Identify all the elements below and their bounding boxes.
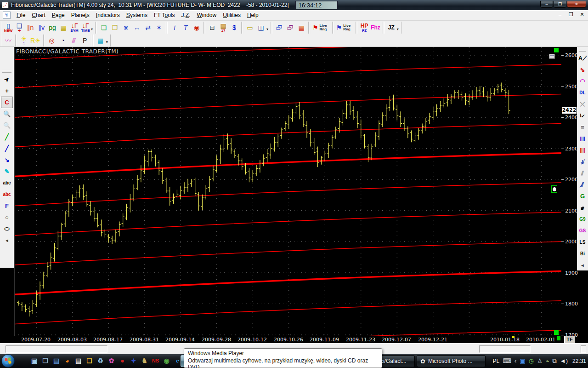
chart-window-1-button[interactable]: 🗗: [274, 22, 285, 33]
folder-icon[interactable]: ❏: [85, 356, 93, 366]
planet-dropdown-arrow[interactable]: ▾: [106, 40, 108, 44]
chart-restore-icon[interactable]: [549, 54, 555, 59]
expand-width-button[interactable]: ↔: [131, 22, 142, 33]
fan-lines-tool[interactable]: ⇘: [577, 64, 588, 75]
volume-icon[interactable]: ◄): [560, 357, 568, 365]
jz-button[interactable]: JZ: [386, 22, 397, 33]
tile-windows-button[interactable]: ❐: [109, 22, 120, 33]
blue-arrowline-tool[interactable]: ↘: [1, 154, 13, 166]
ephemeris-grid-button[interactable]: ▦: [95, 35, 106, 46]
sun-retrograde-button[interactable]: R☀: [29, 35, 42, 46]
tray-clock-green-icon[interactable]: ◷: [529, 357, 534, 365]
tray-app-blue-icon[interactable]: ▣: [520, 357, 525, 365]
blue-trendline-tool[interactable]: ╱: [1, 143, 13, 154]
menu-chart[interactable]: Chart: [28, 11, 48, 20]
magnet-snap-tool[interactable]: C: [1, 97, 13, 108]
window-switcher-icon[interactable]: ❐: [41, 356, 49, 366]
cross-lines-tool[interactable]: ⤫: [577, 98, 588, 110]
orbit-rings-button[interactable]: ◎: [46, 35, 57, 46]
symbol-button[interactable]: ↓ΓSYM: [69, 22, 80, 33]
planet-waves-button[interactable]: 〰: [3, 35, 14, 46]
media-red-icon[interactable]: ●: [119, 356, 126, 366]
task-photo-button[interactable]: ✿Microsoft Photo ...: [417, 355, 486, 367]
left-strip-collapse-arrow[interactable]: ◂: [1, 235, 13, 246]
parallel-lines-tool[interactable]: ⫽: [577, 167, 588, 179]
explorer-icon[interactable]: ▤: [52, 356, 60, 366]
text-abc-tool[interactable]: abc: [1, 177, 13, 189]
impulse-tool[interactable]: I↙: [577, 110, 588, 121]
menu-indicators[interactable]: Indicators: [93, 11, 123, 20]
ns-app-icon[interactable]: NS: [152, 356, 159, 366]
live-range-red-button[interactable]: ⚑Live Rng: [311, 22, 331, 33]
aspect-lines-button[interactable]: ⫻: [68, 35, 79, 46]
g9-tool[interactable]: G9: [577, 213, 588, 225]
text-tool-button[interactable]: T: [180, 22, 191, 33]
vertical-lines-red-tool[interactable]: ||||: [577, 144, 588, 156]
right-strip-collapse-arrow[interactable]: ◂: [577, 259, 588, 271]
open-symbol-button[interactable]: ❏➔: [14, 22, 25, 33]
bird-app-icon[interactable]: ✦: [130, 356, 137, 366]
traffic-signal-button[interactable]: ◉: [191, 22, 202, 33]
fhz-button[interactable]: Fhz: [370, 22, 381, 33]
calendar-button[interactable]: ▦17: [218, 22, 229, 33]
keyboard-icon[interactable]: ⌨: [503, 357, 511, 365]
time-button[interactable]: ↓ΓTIME: [80, 22, 91, 33]
color-grid-button[interactable]: ▦: [296, 22, 307, 33]
mdi-restore-button[interactable]: ❐: [568, 12, 574, 17]
menu-utilities[interactable]: Utilities: [220, 11, 244, 20]
gs-tool[interactable]: GS: [577, 225, 588, 236]
power-plug-icon[interactable]: ⌁: [546, 357, 549, 365]
taskbar-clock[interactable]: 22:31: [572, 358, 586, 364]
delete-text-tool[interactable]: ab̶c: [1, 189, 13, 200]
jz-dropdown-arrow[interactable]: ▾: [397, 27, 399, 31]
highlighter-tool[interactable]: ✎: [1, 166, 13, 177]
mdi-close-button[interactable]: ✕: [579, 12, 585, 17]
cascade-windows-button[interactable]: ❏: [98, 22, 109, 33]
tray-app-steam-icon[interactable]: ♙: [537, 357, 543, 365]
page-button[interactable]: pg: [47, 22, 58, 33]
start-button[interactable]: [1, 354, 15, 368]
chrome-icon[interactable]: ◉: [163, 356, 170, 366]
chess-app-icon[interactable]: ♞: [141, 356, 148, 366]
pencil-lines-tool[interactable]: ⫽̸: [577, 179, 588, 190]
tools-dropdown-arrow[interactable]: ▾: [266, 27, 268, 31]
show-desktop-icon[interactable]: ▣: [30, 356, 38, 366]
candle-tool-button[interactable]: ◫: [255, 22, 266, 33]
ruler-button[interactable]: ▭: [244, 22, 255, 33]
planet-clock-button[interactable]: ◔: [57, 35, 68, 46]
recycle-bin-icon[interactable]: ♻: [96, 356, 104, 366]
menu-jz[interactable]: J.Z.: [178, 11, 193, 20]
system-menu-icon[interactable]: ↯: [3, 12, 11, 19]
pointer-info-button[interactable]: i: [169, 22, 180, 33]
print-button[interactable]: ⊟: [207, 22, 218, 33]
horizontal-lines-tool[interactable]: ≡: [577, 121, 588, 133]
dl-tool[interactable]: DL: [577, 87, 588, 98]
menu-window[interactable]: Window: [194, 11, 220, 20]
minimize-button[interactable]: –: [540, 1, 553, 8]
ls-tool[interactable]: LS: [577, 236, 588, 248]
vertical-lines-blue-tool[interactable]: ||||: [577, 133, 588, 144]
window-grid-button[interactable]: ▦: [58, 22, 69, 33]
pan-chart-button[interactable]: ⇄: [142, 22, 153, 33]
ellipse-tool[interactable]: ⬭: [1, 223, 13, 235]
fan-spray-tool[interactable]: ⸙: [577, 202, 588, 213]
language-indicator[interactable]: PL: [493, 358, 500, 364]
dollar-button[interactable]: $: [229, 22, 240, 33]
network-icon[interactable]: ⧉: [552, 357, 556, 365]
bi-tool[interactable]: Bi: [577, 248, 588, 259]
menu-file[interactable]: File: [13, 11, 28, 20]
menu-fttools[interactable]: FT Tools: [151, 11, 178, 20]
scroll-thumb-marker[interactable]: [551, 185, 557, 193]
bars-n-button[interactable]: ∥n: [25, 22, 36, 33]
chart-window-2-button[interactable]: 🗗: [285, 22, 296, 33]
angle-a-tool[interactable]: A⟋: [577, 52, 588, 64]
zoom-out-tool[interactable]: 🔍: [1, 120, 13, 131]
arc-tool[interactable]: ◠: [577, 75, 588, 87]
new-chart-button[interactable]: ▯NEW: [3, 22, 14, 33]
sun-aspects-button[interactable]: ☀∴: [18, 35, 29, 46]
chart-canvas[interactable]: [15, 47, 562, 336]
zoom-in-tool[interactable]: 🔍: [1, 108, 13, 120]
zoom-reset-button[interactable]: ✶: [153, 22, 164, 33]
bars-v-button[interactable]: ∥v: [36, 22, 47, 33]
tray-expand-icon[interactable]: ‹: [514, 357, 516, 365]
